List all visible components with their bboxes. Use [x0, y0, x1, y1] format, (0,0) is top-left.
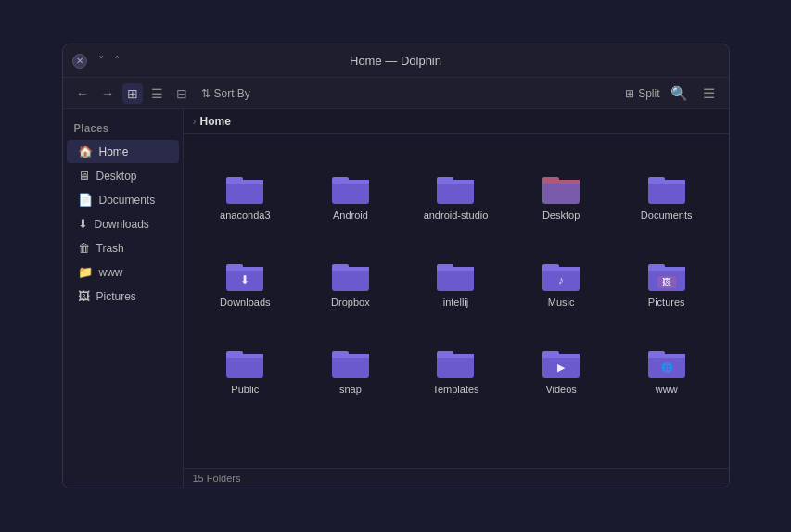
- folder-item-documents[interactable]: Documents: [616, 144, 718, 227]
- svg-rect-31: [648, 267, 685, 271]
- pictures-icon: 🖼: [78, 289, 90, 303]
- folder-item-music[interactable]: ♪ Music: [510, 231, 612, 314]
- svg-rect-45: [542, 354, 580, 358]
- sidebar-item-desktop[interactable]: 🖥 Desktop: [67, 164, 179, 187]
- sidebar-label-trash: Trash: [96, 242, 124, 255]
- folder-label-videos: Videos: [545, 384, 576, 396]
- folder-label-android: Android: [333, 209, 368, 222]
- folder-icon-templates: [435, 345, 476, 380]
- folder-item-videos[interactable]: ▶ Videos: [510, 318, 612, 401]
- folder-item-pictures[interactable]: 🖼 Pictures: [616, 231, 718, 314]
- folder-icon-videos: ▶: [541, 345, 581, 380]
- view-compact-button[interactable]: ⊟: [172, 83, 192, 104]
- close-button[interactable]: ✕: [72, 54, 87, 69]
- sidebar-section-label: Places: [63, 119, 183, 139]
- desktop-icon: 🖥: [78, 169, 90, 183]
- folder-label-intellij: intellij: [443, 297, 469, 309]
- svg-rect-42: [437, 354, 474, 358]
- svg-rect-49: [648, 354, 685, 358]
- sidebar: Places 🏠 Home 🖥 Desktop 📄 Documents ⬇ Do…: [63, 109, 184, 488]
- svg-rect-5: [332, 180, 369, 184]
- breadcrumb: › Home: [184, 109, 729, 134]
- folder-item-templates[interactable]: Templates: [405, 318, 507, 401]
- folder-label-downloads: Downloads: [220, 297, 270, 309]
- folder-icon-music: ♪: [541, 258, 581, 293]
- sidebar-item-www[interactable]: 📁 www: [67, 260, 179, 284]
- back-button[interactable]: ←: [72, 83, 94, 103]
- folder-icon-android-studio: [435, 171, 476, 206]
- folder-icon-intellij: [435, 258, 476, 293]
- svg-rect-8: [437, 180, 474, 184]
- folder-icon-dropbox: [330, 258, 371, 293]
- folder-icon-anaconda3: [224, 171, 265, 206]
- sidebar-label-home: Home: [99, 146, 129, 158]
- view-icons-button[interactable]: ⊞: [122, 83, 143, 104]
- folder-label-anaconda3: anaconda3: [220, 209, 270, 222]
- file-grid: anaconda3 Android android-studio Desktop…: [184, 134, 729, 468]
- sidebar-item-pictures[interactable]: 🖼 Pictures: [67, 285, 179, 308]
- folder-label-public: Public: [231, 384, 259, 396]
- content-area: › Home anaconda3 Android android-studio …: [184, 109, 729, 488]
- svg-text:🌐: 🌐: [661, 361, 673, 374]
- svg-rect-11: [542, 180, 580, 184]
- folder-icon-desktop: [541, 171, 581, 206]
- home-icon: 🏠: [78, 145, 93, 158]
- split-icon: ⊞: [625, 87, 634, 100]
- svg-rect-39: [332, 354, 369, 358]
- folder-item-public[interactable]: Public: [195, 318, 297, 401]
- forward-button[interactable]: →: [97, 83, 119, 103]
- toolbar: ← → ⊞ ☰ ⊟ ⇅ Sort By ⊞ Split 🔍 ☰: [63, 78, 729, 109]
- menu-button[interactable]: ☰: [698, 83, 720, 104]
- svg-text:⬇: ⬇: [240, 273, 249, 286]
- sort-button[interactable]: ⇅ Sort By: [196, 84, 256, 103]
- folder-item-dropbox[interactable]: Dropbox: [300, 231, 402, 314]
- view-list-button[interactable]: ☰: [147, 83, 168, 104]
- search-button[interactable]: 🔍: [666, 83, 693, 104]
- titlebar-nav: ˅ ˄: [95, 52, 124, 70]
- folder-label-templates: Templates: [432, 384, 478, 396]
- titlebar: ✕ ˅ ˄ Home — Dolphin: [63, 44, 729, 78]
- sidebar-item-trash[interactable]: 🗑 Trash: [67, 236, 179, 260]
- folder-label-dropbox: Dropbox: [331, 297, 370, 309]
- folder-item-downloads[interactable]: ⬇ Downloads: [195, 231, 297, 314]
- sidebar-label-downloads: Downloads: [95, 218, 149, 231]
- trash-icon: 🗑: [78, 241, 90, 255]
- titlebar-next-button[interactable]: ˄: [110, 52, 124, 70]
- sidebar-item-downloads[interactable]: ⬇ Downloads: [67, 212, 179, 235]
- folder-item-snap[interactable]: snap: [300, 318, 402, 401]
- main-area: Places 🏠 Home 🖥 Desktop 📄 Documents ⬇ Do…: [63, 109, 729, 488]
- sort-icon: ⇅: [201, 87, 211, 100]
- folder-icon-pictures: 🖼: [646, 258, 687, 293]
- folder-icon-www: 🌐: [646, 345, 687, 380]
- svg-rect-2: [226, 180, 263, 184]
- sidebar-item-home[interactable]: 🏠 Home: [67, 140, 179, 163]
- folder-item-www[interactable]: 🌐 www: [616, 318, 718, 401]
- svg-rect-24: [437, 267, 474, 271]
- titlebar-prev-button[interactable]: ˅: [95, 52, 108, 70]
- folder-label-pictures: Pictures: [648, 297, 685, 309]
- sidebar-label-www: www: [99, 266, 123, 279]
- downloads-icon: ⬇: [78, 217, 88, 231]
- svg-rect-17: [226, 267, 263, 271]
- folder-item-anaconda3[interactable]: anaconda3: [195, 144, 297, 227]
- status-bar: 15 Folders: [184, 468, 729, 488]
- breadcrumb-arrow: ›: [193, 115, 197, 128]
- folder-label-android-studio: android-studio: [424, 209, 489, 222]
- svg-text:🖼: 🖼: [662, 277, 671, 287]
- svg-text:▶: ▶: [557, 361, 566, 373]
- svg-text:♪: ♪: [558, 274, 564, 285]
- folder-icon-public: [224, 345, 265, 380]
- documents-icon: 📄: [78, 193, 93, 207]
- sidebar-item-documents[interactable]: 📄 Documents: [67, 188, 179, 211]
- www-icon: 📁: [78, 265, 93, 279]
- folder-item-intellij[interactable]: intellij: [405, 231, 507, 314]
- sidebar-label-desktop: Desktop: [96, 170, 137, 183]
- split-button[interactable]: ⊞ Split: [625, 87, 659, 100]
- folder-item-android-studio[interactable]: android-studio: [405, 144, 507, 227]
- folder-item-desktop[interactable]: Desktop: [510, 144, 612, 227]
- folder-icon-android: [330, 171, 371, 206]
- folder-item-android[interactable]: Android: [300, 144, 402, 227]
- svg-rect-21: [332, 267, 369, 271]
- folder-icon-downloads: ⬇: [224, 258, 265, 293]
- folder-label-snap: snap: [339, 384, 362, 396]
